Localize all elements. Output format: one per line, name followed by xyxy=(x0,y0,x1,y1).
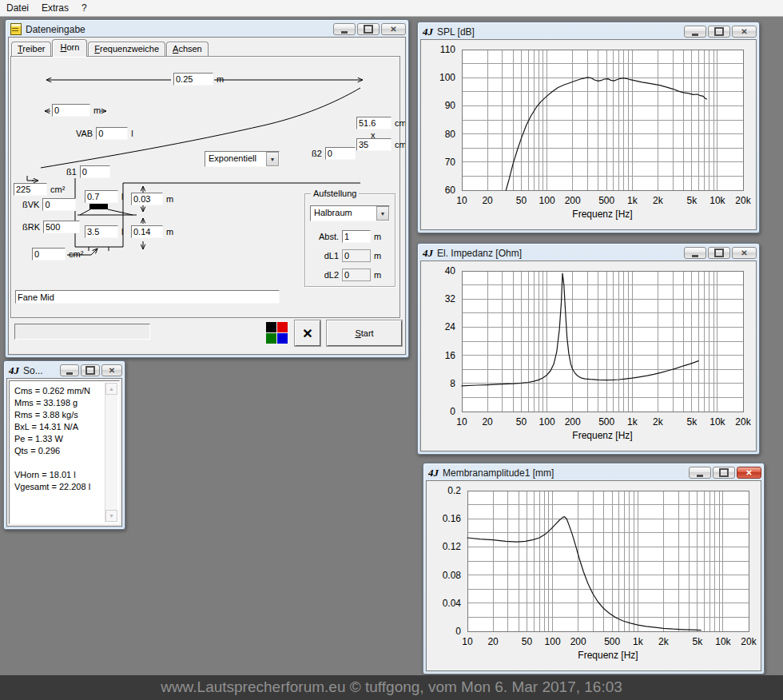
comment-input[interactable] xyxy=(15,290,280,304)
membrane-chart-svg: 00.040.080.120.160.21020501002005001k2k5… xyxy=(427,481,761,668)
svg-text:32: 32 xyxy=(445,293,456,304)
svg-text:0.2: 0.2 xyxy=(447,485,461,496)
window-titlebar[interactable]: Dateneingabe ✕ xyxy=(6,20,408,38)
abst-unit: m xyxy=(374,232,381,241)
scroll-up-icon[interactable]: ▲ xyxy=(105,383,117,395)
contour-dropdown-arrow-icon[interactable]: ▼ xyxy=(266,152,279,166)
close-button[interactable]: ✕ xyxy=(101,364,122,376)
tab-treiber[interactable]: Treiber xyxy=(11,42,51,56)
svg-text:10: 10 xyxy=(456,195,467,206)
abst-input[interactable] xyxy=(342,230,371,243)
svg-text:2k: 2k xyxy=(653,195,664,206)
green-square-icon xyxy=(266,333,276,344)
close-button[interactable]: ✕ xyxy=(732,247,757,259)
tab-frequenzweiche[interactable]: Frequenzweiche xyxy=(88,42,165,56)
b1-input[interactable] xyxy=(80,165,110,178)
close-button[interactable]: ✕ xyxy=(381,23,406,35)
maximize-button[interactable] xyxy=(713,467,735,479)
svg-text:0.12: 0.12 xyxy=(443,541,462,552)
svg-text:1k: 1k xyxy=(627,416,638,428)
d1-unit: m xyxy=(166,194,173,204)
close-button[interactable]: ✕ xyxy=(732,26,757,38)
minimize-button[interactable] xyxy=(689,467,711,479)
svg-text:500: 500 xyxy=(598,416,614,428)
start-button[interactable]: Start xyxy=(327,320,402,346)
membrane-chart-content: 00.040.080.120.160.21020501002005001k2k5… xyxy=(426,480,761,671)
close-button[interactable]: ✕ xyxy=(737,467,761,479)
vertical-scrollbar[interactable]: ▲ ▼ xyxy=(105,383,117,522)
horn-length-input[interactable] xyxy=(173,73,213,86)
abst-label: Abst. xyxy=(316,232,339,241)
port-area-input[interactable] xyxy=(32,248,66,261)
aufstellung-combobox[interactable]: Halbraum ▼ xyxy=(310,205,390,221)
mouth-height-unit: cm xyxy=(395,140,406,149)
svg-text:40: 40 xyxy=(445,265,456,276)
mouth-height-input[interactable] xyxy=(356,138,392,151)
svg-text:10: 10 xyxy=(462,636,473,647)
svg-text:200: 200 xyxy=(570,636,586,647)
contour-combobox[interactable]: Exponentiell ▼ xyxy=(205,151,280,167)
ts-parameters-list: Cms = 0.262 mm/N Mms = 33.198 g Rms = 3.… xyxy=(9,380,120,524)
svg-text:50: 50 xyxy=(522,636,533,647)
d2-input[interactable] xyxy=(131,225,163,238)
impedance-chart-content: 08162432401020501002005001k2k5k10k20kFre… xyxy=(420,261,757,451)
spl-chart-content: 607080901001101020501002005001k2k5k10k20… xyxy=(420,39,757,230)
impedance-chart-canvas: 08162432401020501002005001k2k5k10k20kFre… xyxy=(421,261,756,451)
aufstellung-legend: Aufstellung xyxy=(311,189,359,198)
mouth-width-input[interactable] xyxy=(356,117,392,129)
maximize-button[interactable] xyxy=(357,23,380,35)
maximize-button[interactable] xyxy=(708,247,730,259)
menu-extras[interactable]: Extras xyxy=(35,1,75,15)
svg-text:20k: 20k xyxy=(735,416,751,428)
menu-datei[interactable]: Datei xyxy=(0,1,35,15)
dateneingabe-content: TreiberHornFrequenzweicheAchsen xyxy=(8,37,406,355)
maximize-button[interactable] xyxy=(81,364,100,376)
minimize-button[interactable] xyxy=(684,26,706,38)
window-titlebar[interactable]: 4J SPL [dB] ✕ xyxy=(418,22,759,40)
vab-input[interactable] xyxy=(96,127,128,140)
window-titlebar[interactable]: 4J Membranamplitude1 [mm] ✕ xyxy=(423,463,764,481)
dateneingabe-window: Dateneingabe ✕ TreiberHornFrequenzweiche… xyxy=(5,19,409,358)
menu-bar: Datei Extras ? xyxy=(0,0,783,17)
tab-horn[interactable]: Horn xyxy=(52,39,87,57)
window-titlebar[interactable]: 4J El. Impedanz [Ohm] ✕ xyxy=(418,244,759,261)
b2-input[interactable] xyxy=(325,147,356,160)
red-square-icon xyxy=(277,322,288,332)
svg-text:100: 100 xyxy=(539,195,555,206)
menu-help[interactable]: ? xyxy=(75,1,93,15)
spl-window: 4J SPL [dB] ✕ 60708090100110102050100200… xyxy=(417,22,760,233)
svg-text:10k: 10k xyxy=(709,195,725,206)
ajhorn-icon: 4J xyxy=(423,248,433,258)
vrk-input[interactable] xyxy=(85,225,118,238)
x-offset-input[interactable] xyxy=(52,104,90,117)
horn-length-unit: m xyxy=(217,74,224,84)
minimize-button[interactable] xyxy=(684,247,706,259)
aufstellung-dropdown-arrow-icon[interactable]: ▼ xyxy=(376,206,389,221)
svg-text:60: 60 xyxy=(445,185,456,196)
vvk-input[interactable] xyxy=(85,190,118,203)
window-title: Dateneingabe xyxy=(26,24,329,35)
svg-text:100: 100 xyxy=(439,72,455,83)
svg-text:90: 90 xyxy=(445,100,456,111)
brk-input[interactable] xyxy=(43,221,80,233)
b1-label: ß1 xyxy=(66,167,77,177)
tab-achsen[interactable]: Achsen xyxy=(166,42,209,56)
minimize-button[interactable] xyxy=(60,364,79,376)
svg-text:5k: 5k xyxy=(686,416,698,428)
svg-text:1k: 1k xyxy=(633,636,644,647)
b2-label: ß2 xyxy=(312,149,322,158)
bvk-input[interactable] xyxy=(42,198,76,211)
result-line: Vgesamt = 22.208 l xyxy=(14,481,117,493)
maximize-button[interactable] xyxy=(708,26,730,38)
x-offset-unit: m xyxy=(93,105,101,115)
svg-text:110: 110 xyxy=(440,44,455,55)
minimize-button[interactable] xyxy=(333,23,356,35)
svg-text:100: 100 xyxy=(545,636,561,647)
abort-button[interactable]: ✕ xyxy=(295,320,320,346)
throat-area-input[interactable] xyxy=(14,183,47,196)
svg-text:0: 0 xyxy=(450,406,455,417)
window-titlebar[interactable]: 4J So... ✕ xyxy=(4,361,125,379)
d1-input[interactable] xyxy=(131,193,163,205)
svg-text:Frequenz [Hz]: Frequenz [Hz] xyxy=(578,650,638,661)
scroll-down-icon[interactable]: ▼ xyxy=(105,510,117,522)
